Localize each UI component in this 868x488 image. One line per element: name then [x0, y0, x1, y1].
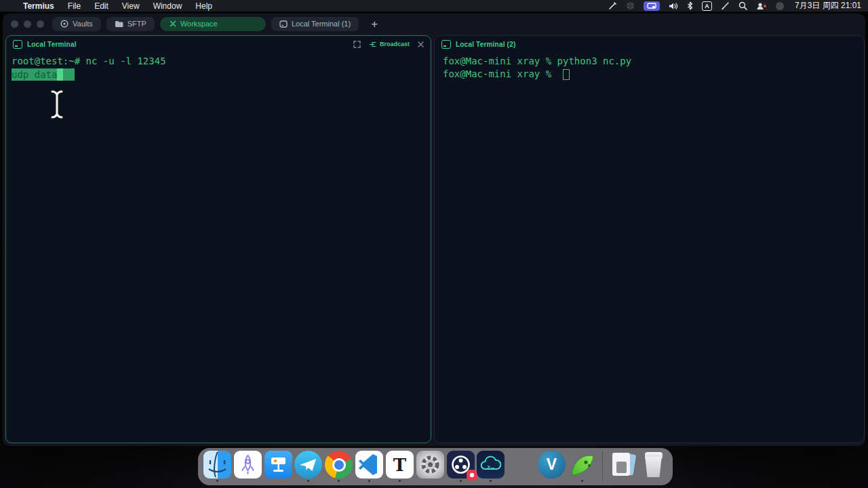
- left-panel-title: Local Terminal: [27, 41, 77, 48]
- vault-icon: [60, 20, 68, 28]
- dock-rocket-launcher[interactable]: [233, 451, 262, 482]
- menu-clock[interactable]: 7月3日 周四 21:01: [795, 0, 861, 12]
- dock-finder[interactable]: [203, 451, 232, 482]
- dock-v2ray[interactable]: V: [537, 451, 566, 482]
- user-status-icon[interactable]: [756, 1, 767, 11]
- menu-file[interactable]: File: [61, 1, 87, 11]
- left-terminal-panel: Local Terminal Broadcast root@test:~# nc…: [5, 35, 431, 443]
- dock-chrome[interactable]: [324, 451, 353, 482]
- dock-keynote[interactable]: [264, 451, 293, 482]
- broadcast-icon: [369, 38, 377, 50]
- dock: T V: [198, 448, 673, 485]
- close-panel-button[interactable]: [418, 41, 424, 47]
- trash-basket: [644, 457, 663, 477]
- vscode-icon: [355, 451, 383, 479]
- right-panel-header: Local Terminal (2): [435, 36, 864, 52]
- v-app-icon: V: [538, 451, 566, 479]
- tab-local-terminal-1[interactable]: Local Terminal (1): [271, 17, 359, 31]
- tab-bar: Vaults SFTP Workspace Local Terminal (1)…: [3, 14, 865, 34]
- tab-label: SFTP: [127, 20, 146, 28]
- dock-telegram[interactable]: [294, 451, 323, 482]
- dock-vscode[interactable]: [355, 451, 384, 482]
- menu-edit[interactable]: Edit: [87, 1, 115, 11]
- dock-documents-stack[interactable]: [608, 451, 637, 482]
- terminal-line: fox@Mac-mini xray % python3 nc.py: [443, 55, 864, 68]
- running-indicator: [460, 480, 462, 482]
- right-terminal-panel: Local Terminal (2) fox@Mac-mini xray % p…: [434, 35, 865, 443]
- tab-vaults[interactable]: Vaults: [52, 17, 101, 31]
- selection-tail: [63, 68, 75, 81]
- running-indicator: [216, 480, 218, 482]
- right-panel-title: Local Terminal (2): [456, 41, 515, 48]
- cloud-terminal-icon: [477, 451, 505, 479]
- tab-sftp[interactable]: SFTP: [106, 17, 155, 31]
- typora-icon: T: [386, 451, 414, 479]
- screen-mirroring-icon[interactable]: [644, 1, 660, 11]
- running-indicator: [490, 480, 492, 482]
- new-tab-button[interactable]: +: [367, 18, 382, 30]
- running-indicator: [368, 480, 370, 482]
- v-letter: V: [547, 455, 557, 474]
- dock-system-settings[interactable]: [416, 451, 445, 482]
- running-indicator: [399, 480, 401, 482]
- running-indicator: [338, 480, 340, 482]
- dock-typora[interactable]: T: [385, 451, 414, 482]
- documents-icon: [609, 451, 637, 479]
- terminal-icon: [279, 20, 288, 28]
- dock-trash[interactable]: [639, 451, 668, 482]
- close-icon[interactable]: [170, 20, 176, 27]
- minimize-window-button[interactable]: [24, 20, 31, 28]
- traffic-lights: [11, 20, 44, 28]
- bluetooth-icon[interactable]: [687, 1, 693, 11]
- left-terminal-screen[interactable]: root@test:~# nc -u -l 12345 udp data: [6, 52, 431, 81]
- broadcast-button[interactable]: Broadcast: [369, 38, 410, 50]
- selected-text: udp data: [12, 68, 57, 81]
- terminal-command-line: root@test:~# nc -u -l 12345: [12, 55, 431, 68]
- dock-obs[interactable]: [446, 451, 475, 482]
- expand-panel-button[interactable]: [353, 41, 361, 48]
- dock-wireshark[interactable]: [568, 451, 597, 482]
- menu-window[interactable]: Window: [146, 1, 189, 11]
- trash-icon: [639, 451, 667, 479]
- document-thumb: [616, 462, 627, 473]
- left-panel-header: Local Terminal Broadcast: [6, 36, 431, 52]
- terminal-icon: [441, 40, 451, 49]
- menu-termius[interactable]: Termius: [16, 1, 61, 11]
- pen-icon[interactable]: [608, 1, 617, 11]
- gear-icon: [416, 451, 444, 479]
- obs-icon: [447, 451, 475, 479]
- dock-separator: [602, 451, 604, 481]
- clapperboard-icon: [507, 451, 535, 479]
- menu-help[interactable]: Help: [189, 1, 219, 11]
- menu-bar: Termius File Edit View Window Help A: [0, 0, 868, 12]
- terminal-selected-line: udp data: [12, 68, 431, 81]
- dock-final-cut-pro[interactable]: [507, 451, 536, 482]
- text-ibeam-cursor: [48, 89, 66, 123]
- dock-termius-cloud[interactable]: [476, 451, 505, 482]
- right-terminal-screen[interactable]: fox@Mac-mini xray % python3 nc.py fox@Ma…: [435, 52, 864, 81]
- finder-icon: [203, 451, 231, 479]
- close-window-button[interactable]: [11, 20, 18, 28]
- terminal-block-cursor: [57, 68, 63, 81]
- folder-icon: [115, 20, 123, 28]
- keynote-icon: [264, 451, 292, 479]
- input-source-icon[interactable]: A: [702, 1, 712, 11]
- terminal-icon: [13, 40, 22, 49]
- search-icon[interactable]: [738, 1, 747, 11]
- volume-icon[interactable]: [669, 1, 678, 11]
- telegram-icon: [294, 451, 322, 479]
- menu-view[interactable]: View: [115, 1, 146, 11]
- chrome-icon: [325, 451, 353, 479]
- tab-workspace[interactable]: Workspace: [160, 17, 266, 31]
- stylus-icon[interactable]: [721, 1, 730, 11]
- focus-icon[interactable]: [776, 2, 784, 10]
- prompt-text: fox@Mac-mini xray %: [443, 68, 557, 81]
- globe-icon[interactable]: [626, 1, 635, 11]
- tab-label: Vaults: [73, 20, 93, 28]
- zoom-window-button[interactable]: [37, 20, 44, 28]
- tab-label: Workspace: [180, 20, 218, 28]
- tab-label: Local Terminal (1): [292, 20, 351, 28]
- typora-letter: T: [393, 455, 406, 475]
- broadcast-label: Broadcast: [380, 41, 410, 47]
- running-indicator: [307, 480, 309, 482]
